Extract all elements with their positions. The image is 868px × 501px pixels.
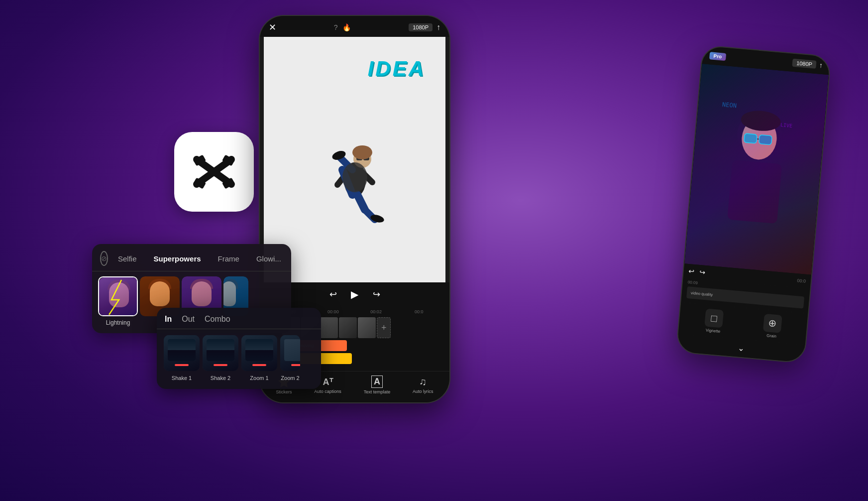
filter-tab-none[interactable]: ⊘ bbox=[100, 251, 108, 266]
transition-tab-combo[interactable]: Combo bbox=[205, 315, 230, 324]
redo-button[interactable]: ↪ bbox=[373, 289, 380, 300]
transition-panel: In Out Combo Shake 1 bbox=[157, 308, 321, 389]
transition-label-zoom2: Zoom 2 bbox=[281, 375, 299, 381]
transition-zoom2[interactable]: Zoom 2 bbox=[280, 335, 300, 381]
transition-tab-in[interactable]: In bbox=[165, 315, 172, 324]
video-preview: IDEA bbox=[264, 37, 445, 282]
app-icon[interactable] bbox=[174, 132, 254, 212]
add-clip-button[interactable]: + bbox=[377, 317, 391, 338]
upload-icon-right[interactable]: ↑ bbox=[819, 61, 823, 69]
transition-shake2[interactable]: Shake 2 bbox=[203, 335, 238, 381]
video-clip-5[interactable] bbox=[358, 317, 376, 338]
vignette-tool[interactable]: □ Vignette bbox=[704, 308, 724, 334]
video-clip-4[interactable] bbox=[339, 317, 357, 338]
help-icon[interactable]: ? bbox=[334, 23, 338, 31]
filter-tab-superpowers[interactable]: Superpowers bbox=[147, 252, 208, 265]
fire-icon[interactable]: 🔥 bbox=[342, 23, 351, 31]
filter-preview-lightning[interactable]: Lightning bbox=[98, 276, 138, 326]
right-redo-button[interactable]: ↪ bbox=[699, 268, 706, 276]
transition-zoom1[interactable]: Zoom 1 bbox=[241, 335, 277, 381]
svg-point-19 bbox=[342, 162, 367, 192]
filter-tab-frame[interactable]: Frame bbox=[211, 252, 246, 265]
grain-tool[interactable]: ⊕ Grain bbox=[762, 314, 782, 339]
undo-button[interactable]: ↩ bbox=[329, 289, 337, 300]
transition-label-shake1: Shake 1 bbox=[172, 375, 192, 381]
down-arrow-icon[interactable]: ⌄ bbox=[737, 343, 745, 353]
filter-tab-selfie[interactable]: Selfie bbox=[111, 252, 144, 265]
phone-right: Pro 1080P ↑ bbox=[675, 45, 831, 364]
right-undo-button[interactable]: ↩ bbox=[688, 267, 695, 275]
upload-icon[interactable]: ↑ bbox=[436, 23, 440, 32]
resolution-badge-right[interactable]: 1080P bbox=[792, 59, 817, 69]
resolution-badge[interactable]: 1080P bbox=[409, 23, 433, 31]
phone-top-bar: ✕ ? 🔥 1080P ↑ bbox=[260, 16, 449, 37]
transition-label-zoom1: Zoom 1 bbox=[250, 375, 268, 381]
text-template-button[interactable]: A Text template bbox=[364, 376, 391, 394]
video-clip-3[interactable] bbox=[320, 317, 338, 338]
transition-label-shake2: Shake 2 bbox=[211, 375, 230, 381]
transition-tabs: In Out Combo bbox=[157, 308, 321, 329]
close-button[interactable]: ✕ bbox=[269, 22, 276, 33]
transition-tab-out[interactable]: Out bbox=[182, 315, 195, 324]
pro-badge: Pro bbox=[709, 52, 726, 61]
play-button[interactable]: ▶ bbox=[347, 286, 363, 302]
dancer-figure bbox=[315, 80, 395, 240]
auto-lyrics-button[interactable]: ♫ Auto lyrics bbox=[413, 376, 434, 394]
transition-grid: Shake 1 Shake 2 bbox=[157, 329, 321, 389]
transition-shake1[interactable]: Shake 1 bbox=[164, 335, 200, 381]
svg-point-10 bbox=[352, 145, 372, 159]
filter-tabs: ⊘ Selfie Superpowers Frame Glowi... bbox=[92, 244, 291, 271]
filter-tab-glowing[interactable]: Glowi... bbox=[249, 252, 288, 265]
filter-label-lightning: Lightning bbox=[106, 319, 130, 326]
right-phone-preview: NEON LIVE bbox=[684, 64, 829, 275]
capcut-logo-svg bbox=[189, 154, 239, 189]
idea-overlay-text: IDEA bbox=[368, 57, 426, 81]
